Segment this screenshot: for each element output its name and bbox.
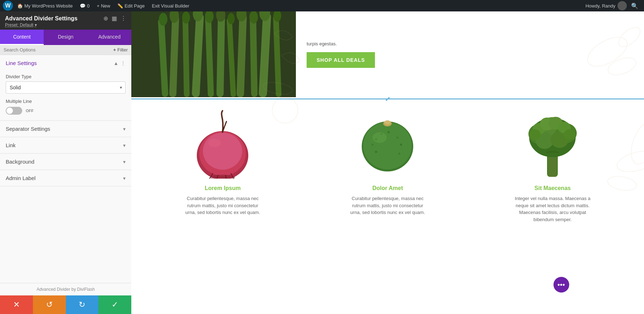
svg-point-46 [372,132,387,143]
svg-point-41 [397,136,399,138]
admin-bar-site-name[interactable]: 🏠 My WordPress Website [14,0,75,11]
wp-logo-icon[interactable]: W [3,1,13,11]
admin-bar-comments[interactable]: 💬 0 [77,0,92,11]
svg-point-62 [564,129,575,140]
divider-line [131,99,644,99]
section-admin-label: Admin Label ▾ [0,170,131,186]
section-more-icon[interactable]: ⋮ [121,60,126,66]
svg-point-10 [159,13,167,26]
action-bar: ✕ ↺ ↻ ✓ [0,295,131,314]
save-icon: ✓ [112,300,118,309]
hero-image [131,11,296,97]
product-grid: Lorem Ipsum Curabitur pellentesque, mass… [131,101,644,230]
responsive-icon[interactable]: ⊕ [103,15,108,22]
line-settings-title: Line Settings [6,60,37,66]
svg-point-43 [399,153,400,154]
section-background: Background ▾ [0,154,131,170]
divider-element[interactable]: ⤢ [131,97,644,101]
sidebar-header-icons: ⊕ ▦ ⋮ [103,15,126,22]
admin-bar-new[interactable]: + New [94,0,113,11]
svg-point-22 [228,13,235,24]
product-title-dolor: Dolor Amet [372,185,403,191]
undo-icon: ↺ [46,300,53,309]
preset-chevron-icon: ▾ [35,23,37,28]
product-card-sit: Sit Maecenas Integer vel nulla massa. Ma… [475,108,630,223]
cancel-icon: ✕ [13,300,20,309]
settings-sidebar: Advanced Divider Settings ⊕ ▦ ⋮ Preset: … [0,11,131,314]
svg-rect-8 [131,11,296,97]
comments-icon: 💬 [80,3,86,9]
preset-label: Preset: Default [5,23,33,28]
product-desc-dolor: Curabitur pellentesque, massa nec rutrum… [348,195,427,216]
link-title: Link [6,142,16,148]
multiple-line-field: Multiple Line OFF [6,99,126,115]
section-admin-label-header[interactable]: Admin Label ▾ [0,170,131,186]
page-canvas: turpis egestas. SHOP ALL DEALS ⤢ [131,11,644,314]
toggle-off-label: OFF [26,109,34,113]
search-input[interactable] [4,47,111,53]
plus-filter-icon: + [113,47,116,53]
admin-bar-edit-page[interactable]: ✏️ Edit Page [114,0,147,11]
section-background-header[interactable]: Background ▾ [0,154,131,170]
product-card-lorem: Lorem Ipsum Curabitur pellentesque, mass… [146,108,300,223]
divider-type-label: Divider Type [6,74,126,79]
svg-point-37 [363,122,412,169]
admin-bar-exit-builder[interactable]: Exit Visual Builder [149,0,192,11]
layout-icon[interactable]: ▦ [112,15,117,22]
line-settings-body: Divider Type Solid Dashed Dotted Double … [0,71,131,120]
divider-type-select-wrap: Solid Dashed Dotted Double ▾ [6,81,126,94]
section-link: Link ▾ [0,137,131,154]
floating-action-button[interactable]: ••• [553,277,569,293]
cancel-button[interactable]: ✕ [0,295,33,314]
zucchini-image [356,108,420,179]
multiple-line-label: Multiple Line [6,99,126,104]
search-bar: + Filter [0,45,131,55]
tab-advanced[interactable]: Advanced [88,30,131,45]
tab-content[interactable]: Content [0,30,44,45]
separator-settings-title: Separator Settings [6,126,50,132]
svg-point-63 [529,129,541,140]
admin-bar-search-icon[interactable]: 🔍 [628,3,641,9]
svg-point-49 [385,120,390,124]
svg-point-33 [203,133,242,170]
section-line-settings-header[interactable]: Line Settings ▲ ⋮ [0,55,131,71]
dots-icon: ••• [557,281,565,289]
multiple-line-toggle[interactable] [6,107,22,115]
undo-button[interactable]: ↺ [33,295,66,314]
product-title-sit: Sit Maecenas [535,185,571,191]
section-line-settings: Line Settings ▲ ⋮ Divider Type Solid Das… [0,55,131,121]
save-button[interactable]: ✓ [98,295,131,314]
hero-text: turpis egestas. [307,41,633,46]
toggle-knob [6,108,13,114]
product-desc-sit: Integer vel nulla massa. Maecenas a nequ… [513,195,592,223]
chevron-down-icon-link: ▾ [123,143,126,148]
more-options-icon[interactable]: ⋮ [121,15,126,22]
product-title-lorem: Lorem Ipsum [205,185,240,191]
settings-tab-bar: Content Design Advanced [0,30,131,45]
shop-all-deals-button[interactable]: SHOP ALL DEALS [307,52,375,68]
svg-point-44 [375,151,377,153]
hero-section: turpis egestas. SHOP ALL DEALS [131,11,644,97]
chevron-down-icon-bg: ▾ [123,159,126,165]
svg-point-40 [387,131,390,133]
wp-admin-bar: W 🏠 My WordPress Website 💬 0 + New ✏️ Ed… [0,0,644,11]
svg-rect-19 [216,14,225,97]
divider-type-select[interactable]: Solid Dashed Dotted Double [6,81,126,94]
admin-bar-site-icon: 🏠 [17,3,23,9]
section-separator-settings: Separator Settings ▾ [0,121,131,137]
chevron-down-icon-admin: ▾ [123,175,126,181]
filter-button[interactable]: + Filter [113,47,128,53]
admin-label-title: Admin Label [6,175,35,181]
sidebar-title: Advanced Divider Settings [5,15,78,22]
hero-content: turpis egestas. SHOP ALL DEALS [296,11,644,97]
preset-selector[interactable]: Preset: Default ▾ [5,23,126,28]
svg-point-34 [208,139,221,147]
sidebar-header: Advanced Divider Settings ⊕ ▦ ⋮ Preset: … [0,11,131,30]
tab-design[interactable]: Design [44,30,87,45]
section-separator-header[interactable]: Separator Settings ▾ [0,121,131,137]
sidebar-content: Line Settings ▲ ⋮ Divider Type Solid Das… [0,55,131,283]
redo-icon: ↻ [79,300,85,309]
onion-image [191,108,255,179]
redo-button[interactable]: ↻ [66,295,99,314]
section-link-header[interactable]: Link ▾ [0,137,131,153]
